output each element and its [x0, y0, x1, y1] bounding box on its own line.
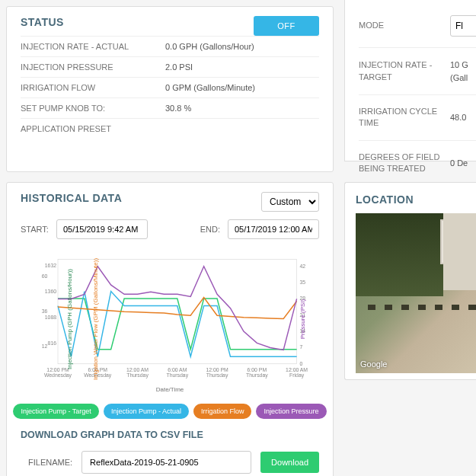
svg-text:0: 0: [300, 361, 303, 366]
status-label: APPLICATION PRESET: [21, 124, 165, 133]
svg-text:7: 7: [300, 344, 303, 350]
svg-text:6:00 AM: 6:00 AM: [168, 367, 187, 372]
svg-text:Wednesday: Wednesday: [44, 372, 72, 379]
filename-label: FILENAME:: [28, 458, 72, 467]
status-off-button[interactable]: OFF: [254, 16, 319, 36]
download-title: DOWNLOAD GRAPH DATA TO CSV FILE: [21, 430, 319, 440]
svg-text:12:00 AM: 12:00 AM: [286, 367, 308, 372]
map-view[interactable]: Google: [356, 213, 476, 373]
historical-panel: HISTORICAL DATA Custom START: END: Injec…: [6, 182, 334, 476]
axis-label-injection: Injection Pump (GPH (Gallons/Hour)): [66, 269, 73, 369]
chart-area: Injection Pump (GPH (Gallons/Hour)) Irri…: [21, 247, 319, 391]
settings-panel: MODE INJECTION RATE - TARGET 10 G (Gall …: [344, 0, 476, 161]
axis-label-irrigation: Irrigation Water Flow (GPM (Gallons/Minu…: [92, 258, 99, 380]
status-value: 0 GPM (Gallons/Minute): [165, 83, 255, 92]
svg-text:Thursday: Thursday: [206, 372, 228, 379]
svg-text:12:00 PM: 12:00 PM: [206, 367, 228, 372]
location-panel: LOCATION Google: [344, 182, 476, 380]
svg-text:Thursday: Thursday: [246, 372, 268, 379]
mode-label: MODE: [359, 20, 450, 31]
status-label: IRRIGATION FLOW: [21, 83, 165, 92]
status-label: SET PUMP KNOB TO:: [21, 104, 165, 113]
injection-target-label: INJECTION RATE - TARGET: [359, 59, 450, 83]
download-button[interactable]: Download: [260, 452, 319, 473]
legend-actual[interactable]: Injection Pump - Actual: [104, 404, 189, 419]
chart-legend: Injection Pump - Target Injection Pump -…: [21, 404, 319, 419]
legend-target[interactable]: Injection Pump - Target: [13, 404, 98, 419]
status-label: INJECTION PRESSURE: [21, 62, 165, 72]
svg-text:Thursday: Thursday: [126, 372, 149, 379]
degrees-label: DEGREES OF FIELD BEING TREATED: [359, 152, 450, 175]
mode-select[interactable]: [450, 15, 476, 37]
svg-text:6:00 PM: 6:00 PM: [248, 367, 267, 372]
end-date-input[interactable]: [228, 219, 319, 239]
status-value: 2.0 PSI: [165, 62, 193, 72]
location-title: LOCATION: [356, 193, 476, 206]
injection-target-value: 10 G (Gall: [450, 59, 468, 84]
axis-label-pressure: Pressure (PSI): [299, 299, 305, 339]
map-attribution: Google: [360, 359, 387, 369]
status-value: 30.8 %: [165, 104, 191, 113]
svg-text:36: 36: [42, 308, 48, 314]
degrees-value: 0 De: [450, 157, 468, 170]
svg-text:60: 60: [42, 273, 48, 279]
svg-text:1360: 1360: [45, 289, 56, 294]
historical-title: HISTORICAL DATA: [21, 192, 122, 204]
axis-label-datetime: Date/Time: [156, 386, 184, 393]
svg-text:Thursday: Thursday: [167, 372, 189, 379]
svg-text:1088: 1088: [45, 315, 56, 320]
range-select[interactable]: Custom: [261, 192, 319, 212]
end-label: END:: [200, 225, 220, 234]
cycle-time-label: IRRIGATION CYCLE TIME: [359, 106, 450, 129]
legend-flow[interactable]: Irrigation Flow: [193, 404, 252, 419]
svg-text:12: 12: [42, 343, 48, 349]
svg-text:1632: 1632: [45, 263, 56, 268]
start-date-input[interactable]: [56, 219, 148, 239]
status-value: 0.0 GPH (Gallons/Hour): [165, 42, 254, 51]
svg-text:12:00 AM: 12:00 AM: [126, 367, 149, 372]
legend-pressure[interactable]: Injection Pressure: [256, 404, 326, 419]
svg-text:35: 35: [300, 280, 306, 285]
start-label: START:: [21, 225, 49, 234]
svg-text:Friday: Friday: [289, 372, 305, 379]
status-panel: STATUS OFF INJECTION RATE - ACTUAL0.0 GP…: [6, 6, 334, 172]
svg-text:42: 42: [300, 264, 306, 269]
svg-text:816: 816: [48, 340, 57, 346]
cycle-time-value: 48.0: [450, 111, 466, 124]
status-label: INJECTION RATE - ACTUAL: [21, 42, 165, 51]
status-title: STATUS: [21, 16, 64, 28]
filename-input[interactable]: [81, 451, 251, 474]
